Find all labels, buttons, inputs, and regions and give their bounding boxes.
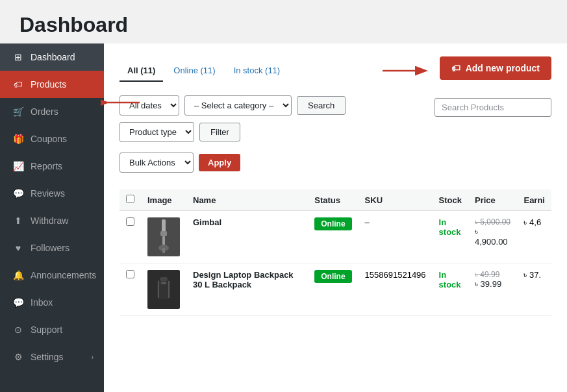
row-earnings-col: ৳ 4,6 — [517, 211, 551, 263]
sidebar: ⊞ Dashboard 🏷 Products 🛒 Orders 🎁 Coupon… — [0, 43, 104, 392]
sidebar-item-followers[interactable]: ♥ Followers — [0, 234, 104, 262]
sidebar-label-orders: Orders — [31, 106, 58, 117]
row-sku-col: – — [359, 211, 433, 263]
filter-button[interactable]: Filter — [199, 123, 240, 141]
add-product-button[interactable]: 🏷 Add new product — [440, 56, 551, 80]
dashboard-icon: ⊞ — [12, 51, 24, 63]
main-content: All (11) Online (11) In stock (11) 🏷 A — [104, 43, 567, 392]
add-product-label: Add new product — [466, 63, 540, 73]
filters-row-2: Product type Filter — [120, 122, 424, 142]
settings-icon: ⚙ — [12, 351, 24, 363]
products-icon: 🏷 — [12, 79, 24, 90]
sidebar-label-support: Support — [31, 325, 62, 335]
tabs-list: All (11) Online (11) In stock (11) — [120, 60, 288, 82]
tab-all[interactable]: All (11) — [120, 60, 163, 82]
svg-rect-2 — [160, 231, 167, 236]
sidebar-item-products[interactable]: 🏷 Products — [0, 71, 104, 98]
table-row: Gimbal Online – Instock ৳ 5,000.00 ৳ 4,9… — [120, 211, 551, 263]
svg-rect-5 — [162, 248, 165, 253]
sidebar-item-settings[interactable]: ⚙ Settings › — [0, 343, 104, 371]
inbox-icon: 💬 — [12, 297, 24, 308]
filters-left: All dates – Select a category – Search P… — [120, 95, 424, 179]
products-table: Image Name Status SKU Stock Price Earni — [120, 190, 551, 316]
sidebar-label-inbox: Inbox — [31, 297, 53, 308]
add-product-icon: 🏷 — [451, 63, 460, 73]
apply-button[interactable]: Apply — [199, 154, 240, 171]
table-row: Design Laptop Backpack 30 L Backpack Onl… — [120, 263, 551, 316]
row-price-col: ৳ 5,000.00 ৳ 4,900.00 — [468, 211, 517, 263]
filters-section: All dates – Select a category – Search P… — [120, 95, 551, 179]
sidebar-label-followers: Followers — [31, 243, 69, 253]
sidebar-label-coupons: Coupons — [31, 134, 67, 144]
sidebar-item-support[interactable]: ⊙ Support — [0, 316, 104, 343]
product-image-gimbal — [147, 217, 180, 256]
price-sale-gimbal: ৳ 4,900.00 — [475, 227, 510, 247]
sidebar-label-dashboard: Dashboard — [31, 52, 75, 62]
row-status-col: Online — [308, 211, 358, 263]
stock-value-gimbal: Instock — [439, 217, 461, 237]
date-filter[interactable]: All dates — [120, 95, 179, 116]
price-original-backpack: ৳ 49.99 — [475, 270, 510, 279]
sidebar-label-withdraw: Withdraw — [31, 215, 68, 226]
sidebar-item-withdraw[interactable]: ⬆ Withdraw — [0, 207, 104, 234]
svg-rect-1 — [162, 219, 166, 232]
search-section — [435, 98, 551, 117]
bulk-actions-row: Bulk Actions Apply — [120, 153, 424, 173]
sidebar-label-reports: Reports — [31, 161, 62, 171]
product-image-backpack — [147, 270, 180, 309]
row-sku-col: 1558691521496 — [359, 263, 433, 316]
header-right: 🏷 Add new product — [383, 56, 551, 85]
sidebar-item-reports[interactable]: 📈 Reports — [0, 153, 104, 180]
name-header: Name — [186, 190, 308, 211]
orders-icon: 🛒 — [12, 106, 24, 117]
sidebar-item-dashboard[interactable]: ⊞ Dashboard — [0, 43, 104, 71]
sidebar-label-announcements: Announcements — [31, 270, 96, 280]
tab-in-stock[interactable]: In stock (11) — [226, 60, 288, 82]
reviews-icon: 💬 — [12, 188, 24, 199]
sidebar-item-orders[interactable]: 🛒 Orders — [0, 98, 104, 125]
backpack-svg — [154, 272, 173, 308]
filters-row-1: All dates – Select a category – Search — [120, 95, 424, 116]
page-title: Dashboard — [0, 0, 567, 43]
search-button[interactable]: Search — [297, 96, 346, 115]
image-header: Image — [141, 190, 186, 211]
tabs-area: All (11) Online (11) In stock (11) 🏷 A — [120, 56, 551, 85]
stock-value-backpack: Instock — [439, 270, 461, 289]
status-header: Status — [308, 190, 358, 211]
row-name-col: Design Laptop Backpack 30 L Backpack — [186, 263, 308, 316]
row-name-col: Gimbal — [186, 211, 308, 263]
row-earnings-col: ৳ 37. — [517, 263, 551, 316]
tab-online[interactable]: Online (11) — [166, 60, 223, 82]
sidebar-item-inbox[interactable]: 💬 Inbox — [0, 289, 104, 316]
sidebar-label-reviews: Reviews — [31, 188, 65, 199]
category-filter[interactable]: – Select a category – — [184, 95, 292, 116]
svg-rect-8 — [161, 282, 166, 284]
price-sale-backpack: ৳ 39.99 — [475, 279, 510, 289]
followers-icon: ♥ — [12, 242, 24, 254]
sidebar-item-coupons[interactable]: 🎁 Coupons — [0, 125, 104, 153]
bulk-actions-select[interactable]: Bulk Actions — [120, 153, 194, 173]
coupons-icon: 🎁 — [12, 133, 24, 145]
reports-icon: 📈 — [12, 160, 24, 172]
arrow-annotation — [383, 63, 435, 79]
sidebar-item-announcements[interactable]: 🔔 Announcements — [0, 262, 104, 289]
row-image-col — [141, 211, 186, 263]
product-name-backpack[interactable]: Design Laptop Backpack 30 L Backpack — [193, 270, 294, 289]
sidebar-label-settings: Settings — [31, 352, 64, 362]
product-type-filter[interactable]: Product type — [120, 122, 194, 142]
sku-header: SKU — [359, 190, 433, 211]
chevron-right-icon: › — [92, 354, 94, 361]
row-checkbox-backpack[interactable] — [126, 270, 134, 278]
row-price-col: ৳ 49.99 ৳ 39.99 — [468, 263, 517, 316]
search-products-input[interactable] — [435, 98, 551, 117]
row-checkbox-gimbal[interactable] — [126, 217, 134, 226]
product-name-gimbal[interactable]: Gimbal — [193, 217, 221, 227]
table-header-row: Image Name Status SKU Stock Price Earni — [120, 190, 551, 211]
sidebar-item-reviews[interactable]: 💬 Reviews — [0, 180, 104, 207]
gimbal-svg — [154, 219, 173, 255]
withdraw-icon: ⬆ — [12, 215, 24, 227]
svg-rect-7 — [160, 277, 168, 281]
row-checkbox-col — [120, 211, 141, 263]
row-checkbox-col — [120, 263, 141, 316]
select-all-checkbox[interactable] — [126, 195, 134, 203]
